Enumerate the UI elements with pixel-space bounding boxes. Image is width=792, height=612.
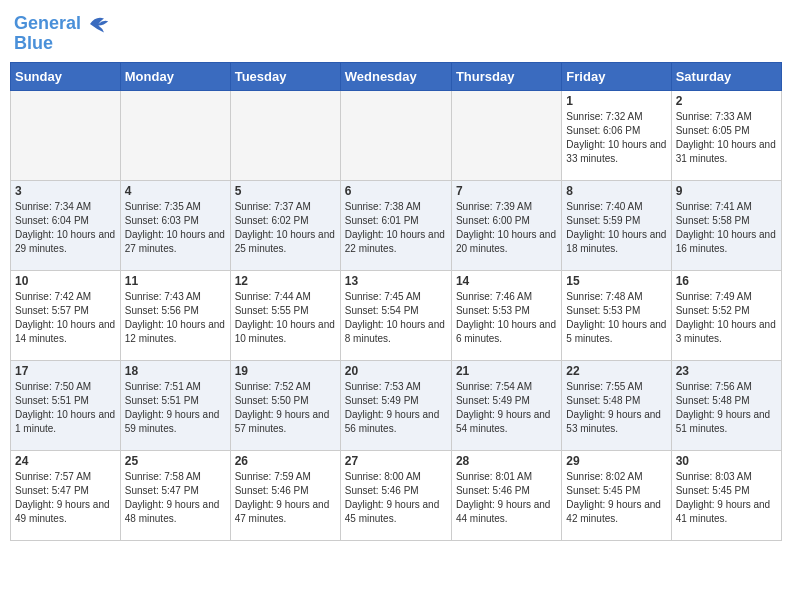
day-info: Sunrise: 8:02 AM Sunset: 5:45 PM Dayligh… (566, 470, 666, 526)
weekday-header-monday: Monday (120, 62, 230, 90)
calendar-cell: 25Sunrise: 7:58 AM Sunset: 5:47 PM Dayli… (120, 450, 230, 540)
logo: General Blue (14, 10, 111, 54)
day-number: 4 (125, 184, 226, 198)
page-header: General Blue (10, 10, 782, 54)
calendar-cell (230, 90, 340, 180)
day-number: 7 (456, 184, 557, 198)
calendar-cell: 5Sunrise: 7:37 AM Sunset: 6:02 PM Daylig… (230, 180, 340, 270)
day-number: 28 (456, 454, 557, 468)
week-row-2: 3Sunrise: 7:34 AM Sunset: 6:04 PM Daylig… (11, 180, 782, 270)
day-info: Sunrise: 7:49 AM Sunset: 5:52 PM Dayligh… (676, 290, 777, 346)
calendar-cell: 22Sunrise: 7:55 AM Sunset: 5:48 PM Dayli… (562, 360, 671, 450)
logo-bird-icon (83, 10, 111, 38)
day-number: 12 (235, 274, 336, 288)
day-info: Sunrise: 7:42 AM Sunset: 5:57 PM Dayligh… (15, 290, 116, 346)
day-info: Sunrise: 7:53 AM Sunset: 5:49 PM Dayligh… (345, 380, 447, 436)
calendar-cell (451, 90, 561, 180)
day-number: 17 (15, 364, 116, 378)
day-number: 23 (676, 364, 777, 378)
calendar-cell: 27Sunrise: 8:00 AM Sunset: 5:46 PM Dayli… (340, 450, 451, 540)
weekday-header-thursday: Thursday (451, 62, 561, 90)
calendar-cell: 21Sunrise: 7:54 AM Sunset: 5:49 PM Dayli… (451, 360, 561, 450)
calendar-cell: 30Sunrise: 8:03 AM Sunset: 5:45 PM Dayli… (671, 450, 781, 540)
calendar-cell: 2Sunrise: 7:33 AM Sunset: 6:05 PM Daylig… (671, 90, 781, 180)
day-number: 25 (125, 454, 226, 468)
calendar-cell: 18Sunrise: 7:51 AM Sunset: 5:51 PM Dayli… (120, 360, 230, 450)
day-info: Sunrise: 7:32 AM Sunset: 6:06 PM Dayligh… (566, 110, 666, 166)
day-info: Sunrise: 7:57 AM Sunset: 5:47 PM Dayligh… (15, 470, 116, 526)
day-info: Sunrise: 7:37 AM Sunset: 6:02 PM Dayligh… (235, 200, 336, 256)
calendar-cell: 6Sunrise: 7:38 AM Sunset: 6:01 PM Daylig… (340, 180, 451, 270)
calendar-cell: 13Sunrise: 7:45 AM Sunset: 5:54 PM Dayli… (340, 270, 451, 360)
day-info: Sunrise: 7:35 AM Sunset: 6:03 PM Dayligh… (125, 200, 226, 256)
day-number: 20 (345, 364, 447, 378)
day-info: Sunrise: 7:59 AM Sunset: 5:46 PM Dayligh… (235, 470, 336, 526)
day-number: 13 (345, 274, 447, 288)
day-info: Sunrise: 7:58 AM Sunset: 5:47 PM Dayligh… (125, 470, 226, 526)
day-info: Sunrise: 7:44 AM Sunset: 5:55 PM Dayligh… (235, 290, 336, 346)
calendar-cell: 12Sunrise: 7:44 AM Sunset: 5:55 PM Dayli… (230, 270, 340, 360)
day-number: 19 (235, 364, 336, 378)
day-info: Sunrise: 8:01 AM Sunset: 5:46 PM Dayligh… (456, 470, 557, 526)
day-info: Sunrise: 8:03 AM Sunset: 5:45 PM Dayligh… (676, 470, 777, 526)
calendar-cell: 1Sunrise: 7:32 AM Sunset: 6:06 PM Daylig… (562, 90, 671, 180)
week-row-1: 1Sunrise: 7:32 AM Sunset: 6:06 PM Daylig… (11, 90, 782, 180)
day-info: Sunrise: 7:45 AM Sunset: 5:54 PM Dayligh… (345, 290, 447, 346)
day-number: 16 (676, 274, 777, 288)
day-number: 10 (15, 274, 116, 288)
day-number: 14 (456, 274, 557, 288)
day-number: 29 (566, 454, 666, 468)
weekday-header-tuesday: Tuesday (230, 62, 340, 90)
day-info: Sunrise: 7:54 AM Sunset: 5:49 PM Dayligh… (456, 380, 557, 436)
weekday-header-friday: Friday (562, 62, 671, 90)
calendar-cell: 20Sunrise: 7:53 AM Sunset: 5:49 PM Dayli… (340, 360, 451, 450)
week-row-4: 17Sunrise: 7:50 AM Sunset: 5:51 PM Dayli… (11, 360, 782, 450)
day-info: Sunrise: 7:46 AM Sunset: 5:53 PM Dayligh… (456, 290, 557, 346)
weekday-header-wednesday: Wednesday (340, 62, 451, 90)
weekday-header-row: SundayMondayTuesdayWednesdayThursdayFrid… (11, 62, 782, 90)
calendar-cell: 28Sunrise: 8:01 AM Sunset: 5:46 PM Dayli… (451, 450, 561, 540)
day-number: 6 (345, 184, 447, 198)
day-info: Sunrise: 7:55 AM Sunset: 5:48 PM Dayligh… (566, 380, 666, 436)
week-row-5: 24Sunrise: 7:57 AM Sunset: 5:47 PM Dayli… (11, 450, 782, 540)
calendar-cell: 19Sunrise: 7:52 AM Sunset: 5:50 PM Dayli… (230, 360, 340, 450)
calendar-cell: 16Sunrise: 7:49 AM Sunset: 5:52 PM Dayli… (671, 270, 781, 360)
day-number: 5 (235, 184, 336, 198)
calendar-cell: 11Sunrise: 7:43 AM Sunset: 5:56 PM Dayli… (120, 270, 230, 360)
day-info: Sunrise: 7:43 AM Sunset: 5:56 PM Dayligh… (125, 290, 226, 346)
weekday-header-sunday: Sunday (11, 62, 121, 90)
day-info: Sunrise: 7:40 AM Sunset: 5:59 PM Dayligh… (566, 200, 666, 256)
day-number: 30 (676, 454, 777, 468)
calendar-cell: 9Sunrise: 7:41 AM Sunset: 5:58 PM Daylig… (671, 180, 781, 270)
day-info: Sunrise: 7:50 AM Sunset: 5:51 PM Dayligh… (15, 380, 116, 436)
calendar-cell: 23Sunrise: 7:56 AM Sunset: 5:48 PM Dayli… (671, 360, 781, 450)
day-info: Sunrise: 7:39 AM Sunset: 6:00 PM Dayligh… (456, 200, 557, 256)
day-number: 8 (566, 184, 666, 198)
calendar-cell: 8Sunrise: 7:40 AM Sunset: 5:59 PM Daylig… (562, 180, 671, 270)
calendar-table: SundayMondayTuesdayWednesdayThursdayFrid… (10, 62, 782, 541)
calendar-cell: 10Sunrise: 7:42 AM Sunset: 5:57 PM Dayli… (11, 270, 121, 360)
calendar-cell: 3Sunrise: 7:34 AM Sunset: 6:04 PM Daylig… (11, 180, 121, 270)
day-number: 22 (566, 364, 666, 378)
calendar-cell: 26Sunrise: 7:59 AM Sunset: 5:46 PM Dayli… (230, 450, 340, 540)
day-info: Sunrise: 7:48 AM Sunset: 5:53 PM Dayligh… (566, 290, 666, 346)
week-row-3: 10Sunrise: 7:42 AM Sunset: 5:57 PM Dayli… (11, 270, 782, 360)
day-info: Sunrise: 7:52 AM Sunset: 5:50 PM Dayligh… (235, 380, 336, 436)
logo-text: General (14, 14, 81, 34)
calendar-cell: 4Sunrise: 7:35 AM Sunset: 6:03 PM Daylig… (120, 180, 230, 270)
calendar-cell (120, 90, 230, 180)
calendar-cell: 24Sunrise: 7:57 AM Sunset: 5:47 PM Dayli… (11, 450, 121, 540)
day-number: 21 (456, 364, 557, 378)
calendar-cell: 15Sunrise: 7:48 AM Sunset: 5:53 PM Dayli… (562, 270, 671, 360)
day-info: Sunrise: 7:51 AM Sunset: 5:51 PM Dayligh… (125, 380, 226, 436)
day-info: Sunrise: 8:00 AM Sunset: 5:46 PM Dayligh… (345, 470, 447, 526)
day-number: 9 (676, 184, 777, 198)
day-number: 15 (566, 274, 666, 288)
calendar-cell (340, 90, 451, 180)
day-number: 3 (15, 184, 116, 198)
day-info: Sunrise: 7:38 AM Sunset: 6:01 PM Dayligh… (345, 200, 447, 256)
day-number: 18 (125, 364, 226, 378)
day-number: 26 (235, 454, 336, 468)
weekday-header-saturday: Saturday (671, 62, 781, 90)
day-number: 27 (345, 454, 447, 468)
